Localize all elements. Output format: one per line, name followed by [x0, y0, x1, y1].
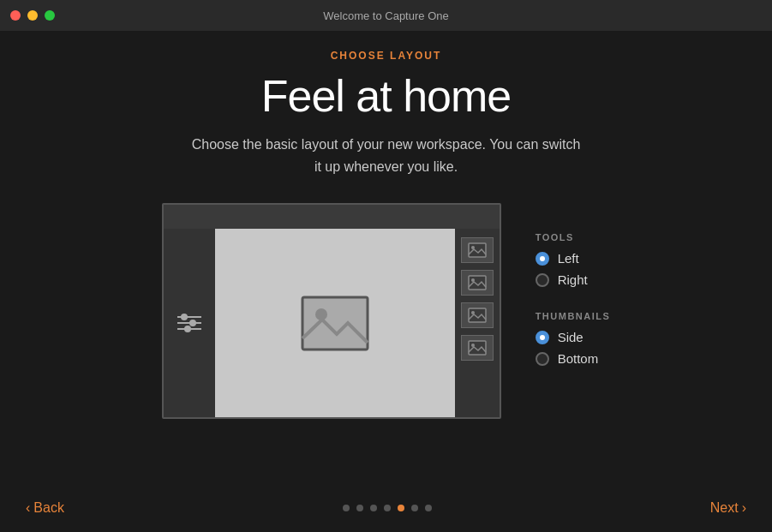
titlebar: Welcome to Capture One — [0, 0, 772, 31]
layout-area: TOOLS Left Right THUMBNAILS Side — [162, 203, 611, 419]
mockup-body — [164, 229, 500, 417]
thumbnails-side-radio[interactable] — [536, 331, 549, 344]
thumb-img-icon-3 — [468, 308, 487, 323]
thumbnail-2 — [461, 270, 494, 296]
next-button[interactable]: Next › — [710, 500, 746, 516]
dot-1 — [343, 505, 350, 511]
slider-line-1 — [177, 316, 201, 318]
window-title: Welcome to Capture One — [323, 9, 448, 22]
image-placeholder-icon — [301, 296, 369, 351]
thumbnails-bottom-label: Bottom — [558, 351, 599, 366]
tools-right-option[interactable]: Right — [536, 272, 611, 287]
thumbnails-bottom-option[interactable]: Bottom — [536, 351, 611, 366]
thumbnail-1 — [461, 237, 494, 263]
thumbnails-side-label: Side — [558, 330, 583, 344]
tools-left-radio[interactable] — [536, 252, 549, 266]
thumb-img-icon-4 — [468, 340, 487, 356]
sliders-icon — [177, 316, 201, 330]
close-button[interactable] — [10, 10, 21, 21]
layout-preview — [162, 203, 501, 419]
headline: Feel at home — [261, 70, 512, 122]
thumb-img-icon-1 — [468, 242, 487, 258]
slider-line-3 — [177, 328, 201, 330]
next-label: Next — [710, 500, 739, 516]
back-button[interactable]: ‹ Back — [26, 500, 64, 516]
mockup-right-panel — [455, 229, 500, 417]
maximize-button[interactable] — [45, 10, 55, 21]
svg-rect-0 — [302, 297, 368, 350]
dot-4 — [384, 505, 391, 511]
slider-line-2 — [177, 322, 201, 324]
bottom-nav: ‹ Back Next › — [0, 484, 772, 532]
thumbnail-4 — [461, 335, 494, 361]
options-panel: TOOLS Left Right THUMBNAILS Side — [536, 232, 611, 390]
dot-6 — [411, 505, 418, 511]
thumbnail-3 — [461, 302, 494, 328]
thumb-img-icon-2 — [468, 275, 487, 290]
thumbnails-group-label: THUMBNAILS — [536, 311, 611, 321]
dot-7 — [425, 505, 432, 511]
tools-left-option[interactable]: Left — [536, 251, 611, 266]
thumbnails-bottom-radio[interactable] — [536, 352, 549, 366]
tools-left-label: Left — [558, 251, 579, 266]
window-controls — [10, 10, 55, 21]
mockup-center — [215, 229, 455, 417]
progress-dots — [343, 505, 432, 511]
thumbnails-side-option[interactable]: Side — [536, 330, 611, 344]
mockup-titlebar — [164, 205, 500, 229]
thumbnails-group: THUMBNAILS Side Bottom — [536, 311, 611, 373]
dot-5 — [398, 505, 404, 511]
mockup-left-panel — [164, 229, 215, 417]
step-label: CHOOSE LAYOUT — [331, 50, 442, 62]
tools-group: TOOLS Left Right — [536, 232, 611, 294]
back-label: Back — [33, 500, 64, 516]
svg-rect-2 — [469, 243, 486, 257]
svg-rect-4 — [469, 276, 486, 290]
main-content: CHOOSE LAYOUT Feel at home Choose the ba… — [0, 31, 772, 532]
description: Choose the basic layout of your new work… — [189, 134, 583, 177]
tools-right-label: Right — [558, 272, 588, 287]
tools-right-radio[interactable] — [536, 273, 549, 287]
dot-2 — [356, 505, 363, 511]
svg-rect-6 — [469, 308, 486, 322]
next-chevron-icon: › — [742, 500, 746, 516]
back-chevron-icon: ‹ — [26, 500, 30, 516]
svg-rect-8 — [469, 341, 486, 355]
dot-3 — [370, 505, 377, 511]
minimize-button[interactable] — [27, 10, 38, 21]
tools-group-label: TOOLS — [536, 232, 611, 242]
